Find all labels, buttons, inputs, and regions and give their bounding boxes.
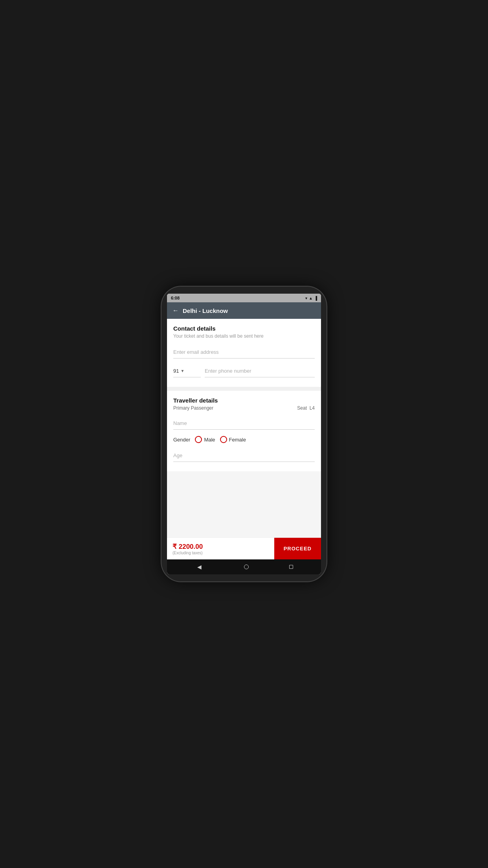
battery-icon: ▐ — [314, 296, 317, 300]
gender-female-option[interactable]: Female — [220, 436, 246, 443]
email-input[interactable] — [173, 346, 315, 359]
main-content: Contact details Your ticket and bus deta… — [167, 319, 321, 559]
app-bar-title: Delhi - Lucknow — [183, 307, 228, 314]
phone-frame: 6:08 ▾ ▲ ▐ ← Delhi - Lucknow Contact det… — [161, 287, 327, 581]
price-section: ₹ 2200.00 (Excluding taxes) — [167, 538, 274, 559]
price-amount: ₹ 2200.00 — [172, 542, 269, 551]
female-radio-icon — [220, 436, 227, 443]
section-divider — [167, 387, 321, 391]
contact-details-section: Contact details Your ticket and bus deta… — [167, 319, 321, 387]
passenger-label: Primary Passenger — [173, 405, 213, 411]
traveller-details-section: Traveller details Primary Passenger Seat… — [167, 391, 321, 471]
wifi-icon: ▾ — [305, 296, 307, 300]
traveller-header: Primary Passenger Seat L4 — [173, 405, 315, 411]
contact-details-subtitle: Your ticket and bus details will be sent… — [173, 333, 315, 339]
gender-label: Gender — [173, 437, 190, 443]
recent-nav-button[interactable] — [289, 565, 293, 569]
back-nav-button[interactable]: ◀ — [195, 561, 204, 572]
phone-row: 91 ▼ — [173, 365, 315, 377]
bottom-bar: ₹ 2200.00 (Excluding taxes) PROCEED — [167, 537, 321, 559]
country-code-selector[interactable]: 91 ▼ — [173, 365, 201, 377]
signal-icon: ▲ — [309, 296, 313, 300]
contact-details-title: Contact details — [173, 325, 315, 332]
status-icons: ▾ ▲ ▐ — [305, 296, 317, 300]
content-spacer — [167, 471, 321, 538]
phone-input[interactable] — [205, 365, 315, 377]
gender-row: Gender Male Female — [173, 436, 315, 443]
male-radio-icon — [195, 436, 202, 443]
male-label: Male — [204, 437, 215, 443]
nav-bar: ◀ — [167, 559, 321, 574]
female-label: Female — [229, 437, 246, 443]
traveller-details-title: Traveller details — [173, 397, 315, 404]
back-button[interactable]: ← — [172, 307, 179, 314]
price-tax: (Excluding taxes) — [172, 551, 269, 555]
currency-symbol: ₹ — [172, 543, 177, 550]
app-bar: ← Delhi - Lucknow — [167, 302, 321, 319]
status-bar: 6:08 ▾ ▲ ▐ — [167, 294, 321, 302]
price-value: 2200.00 — [179, 543, 203, 550]
country-code-value: 91 — [173, 368, 179, 374]
proceed-button[interactable]: PROCEED — [274, 538, 321, 559]
status-time: 6:08 — [171, 296, 180, 300]
phone-screen: 6:08 ▾ ▲ ▐ ← Delhi - Lucknow Contact det… — [167, 294, 321, 574]
age-input[interactable] — [173, 449, 315, 462]
dropdown-arrow-icon: ▼ — [180, 369, 184, 373]
name-input[interactable] — [173, 417, 315, 430]
gender-male-option[interactable]: Male — [195, 436, 215, 443]
home-nav-button[interactable] — [244, 565, 249, 569]
seat-label: Seat L4 — [297, 405, 315, 411]
